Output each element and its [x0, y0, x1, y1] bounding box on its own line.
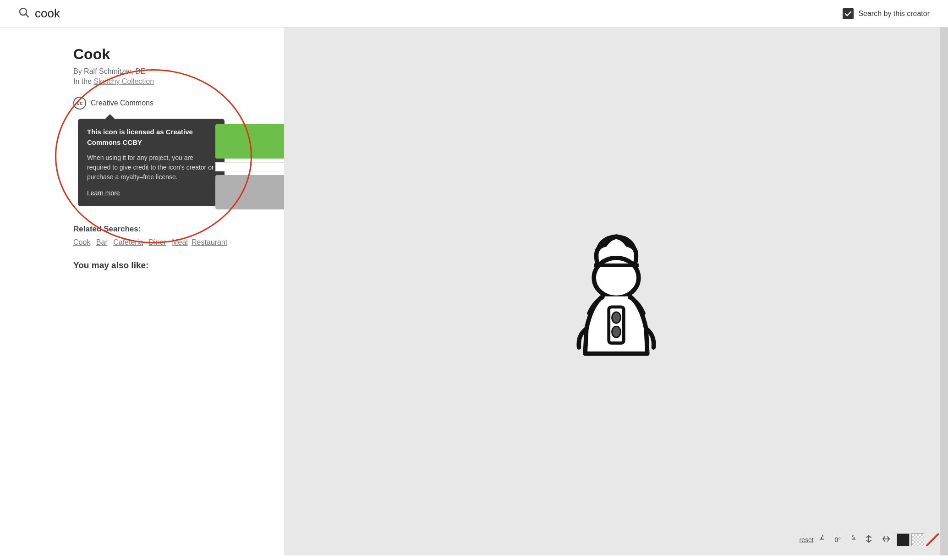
cc-icon: cc [73, 97, 86, 110]
related-searches-title: Related Searches: [73, 225, 261, 234]
main-layout: Cook By Ralf Schmitzer, DE In the Sketch… [0, 27, 948, 555]
color-swatches [897, 533, 939, 546]
color-block-white[interactable] [215, 162, 289, 171]
flip-horizontal-button[interactable] [879, 533, 893, 546]
search-bar: Search by this creator [0, 0, 948, 27]
also-like-title: You may also like: [73, 260, 261, 270]
search-right: Search by this creator [843, 8, 930, 19]
highlight-area: cc Creative Commons This icon is license… [73, 97, 261, 206]
related-searches-section: Related Searches: Cook Bar Cafeteria Din… [73, 225, 261, 247]
license-tooltip: This icon is licensed as Creative Common… [78, 119, 225, 206]
svg-point-6 [612, 326, 620, 337]
search-icon [18, 7, 29, 21]
download-color-blocks [215, 124, 289, 209]
icon-title: Cook [73, 46, 261, 63]
tooltip-body: When using it for any project, you are r… [87, 153, 215, 182]
rotate-right-button[interactable] [844, 533, 858, 546]
svg-point-5 [612, 312, 620, 323]
search-left [18, 6, 172, 21]
color-swatch-checker[interactable] [911, 533, 924, 546]
search-by-creator-label: Search by this creator [858, 10, 930, 18]
license-badge[interactable]: cc Creative Commons [73, 97, 261, 110]
svg-line-7 [926, 533, 939, 546]
angle-display: 0° [835, 536, 841, 544]
color-swatch-black[interactable] [897, 533, 910, 546]
license-label: Creative Commons [91, 99, 153, 107]
related-links: Cook Bar Cafeteria Diner Meal Restaurant [73, 238, 261, 247]
svg-line-1 [26, 14, 29, 17]
tooltip-title: This icon is licensed as Creative Common… [87, 127, 215, 148]
color-block-gray[interactable] [215, 175, 289, 209]
collection-link[interactable]: Sketchy Collection [93, 77, 154, 85]
related-link-cafeteria[interactable]: Cafeteria [113, 238, 143, 247]
search-by-creator-checkbox[interactable] [843, 8, 854, 19]
related-link-restaurant[interactable]: Restaurant [192, 238, 227, 247]
icon-author: By Ralf Schmitzer, DE [73, 67, 261, 76]
icon-collection: In the Sketchy Collection [73, 77, 261, 86]
right-edge-strip [940, 27, 948, 555]
reset-button[interactable]: reset [799, 536, 813, 544]
color-swatch-red[interactable] [926, 533, 939, 546]
learn-more-link[interactable]: Learn more [87, 189, 120, 197]
cook-icon-preview [552, 204, 680, 379]
left-panel: Cook By Ralf Schmitzer, DE In the Sketch… [0, 27, 284, 555]
related-link-cook[interactable]: Cook [73, 238, 90, 247]
related-link-bar[interactable]: Bar [96, 238, 108, 247]
related-link-meal[interactable]: Meal [172, 238, 188, 247]
preview-area [284, 27, 948, 555]
bottom-toolbar: reset 0° [799, 533, 939, 546]
flip-vertical-button[interactable] [862, 533, 876, 546]
color-block-green[interactable] [215, 124, 289, 159]
rotate-left-button[interactable] [817, 533, 831, 546]
related-link-diner[interactable]: Diner [149, 238, 166, 247]
search-input[interactable] [35, 6, 172, 21]
right-panel: reset 0° [284, 27, 948, 555]
